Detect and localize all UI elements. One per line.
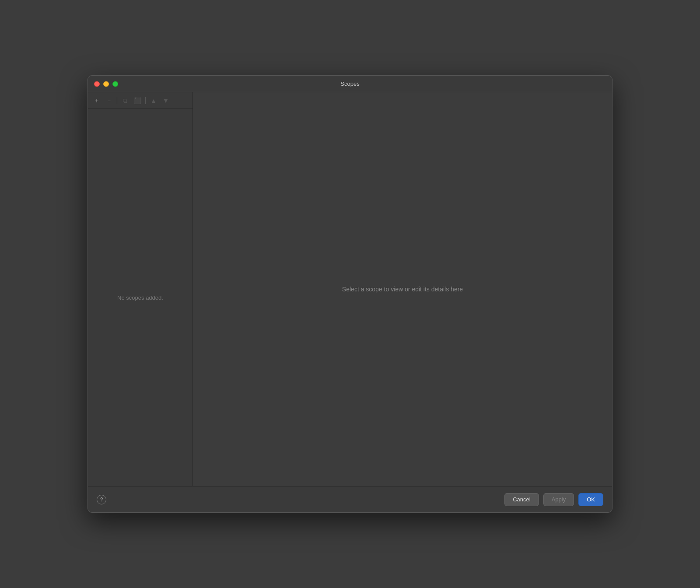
toolbar-separator-2 <box>145 97 146 104</box>
move-down-button[interactable]: ▼ <box>161 95 171 106</box>
footer: ? Cancel Apply OK <box>88 486 612 512</box>
detail-placeholder-text: Select a scope to view or edit its detai… <box>342 286 463 293</box>
remove-scope-button[interactable]: − <box>104 95 114 106</box>
help-button[interactable]: ? <box>97 495 106 504</box>
ok-button[interactable]: OK <box>578 493 603 506</box>
add-scope-button[interactable]: + <box>91 95 102 106</box>
maximize-button[interactable] <box>112 81 118 87</box>
apply-button[interactable]: Apply <box>543 493 574 506</box>
move-up-button[interactable]: ▲ <box>148 95 159 106</box>
sidebar: + − ⧉ ⬛ ▲ ▼ No scopes added. <box>88 92 193 486</box>
toolbar-separator-1 <box>117 97 117 104</box>
cancel-button[interactable]: Cancel <box>504 493 539 506</box>
title-bar: Scopes <box>88 76 612 92</box>
window-title: Scopes <box>340 80 359 87</box>
traffic-lights <box>94 81 118 87</box>
footer-left: ? <box>97 495 106 504</box>
scopes-window: Scopes + − ⧉ ⬛ ▲ ▼ No scopes added. Sele… <box>88 75 612 513</box>
save-scope-button[interactable]: ⬛ <box>132 95 143 106</box>
sidebar-list: No scopes added. <box>88 109 192 486</box>
no-scopes-label: No scopes added. <box>117 294 163 301</box>
close-button[interactable] <box>94 81 100 87</box>
copy-scope-button[interactable]: ⧉ <box>120 95 130 106</box>
footer-right: Cancel Apply OK <box>504 493 603 506</box>
sidebar-toolbar: + − ⧉ ⬛ ▲ ▼ <box>88 92 192 109</box>
detail-panel: Select a scope to view or edit its detai… <box>193 92 612 486</box>
main-content: + − ⧉ ⬛ ▲ ▼ No scopes added. Select a sc… <box>88 92 612 486</box>
minimize-button[interactable] <box>103 81 109 87</box>
